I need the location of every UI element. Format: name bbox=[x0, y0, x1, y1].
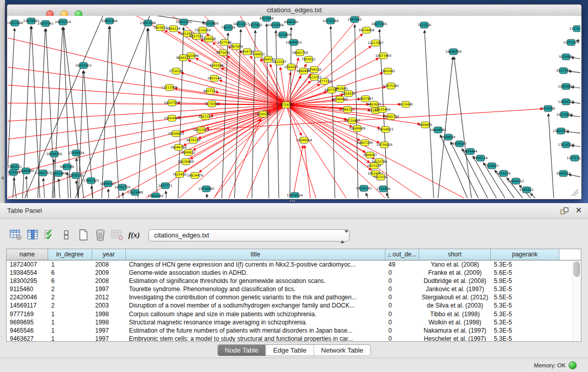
network-canvas[interactable]: 1805318423039043183370412405572420691406… bbox=[8, 16, 580, 198]
column-header-name[interactable]: name bbox=[7, 249, 48, 260]
table-row[interactable]: 946554611997Estimation of the future num… bbox=[7, 326, 581, 335]
table-row[interactable]: 1830029562008Estimation of significance … bbox=[7, 277, 581, 285]
graph-node-label: 9896512 bbox=[176, 56, 190, 59]
function-builder-icon[interactable]: f(x) bbox=[127, 228, 141, 242]
memory-status-label: Memory: OK bbox=[534, 362, 565, 368]
cell-in_degree: 1 bbox=[48, 318, 92, 326]
column-header-short[interactable]: short bbox=[419, 249, 491, 260]
graph-node-label: 9245652 bbox=[519, 188, 534, 191]
panel-title: Table Panel bbox=[7, 207, 42, 214]
graph-node-label: 7625402 bbox=[172, 172, 187, 176]
graph-node-label: 9146821 bbox=[251, 52, 265, 56]
cell-in_degree: 2 bbox=[48, 285, 92, 293]
graph-node-label: 9327546 bbox=[217, 40, 232, 44]
cell-pagerank: 5.3E-5 bbox=[491, 318, 559, 326]
table-row[interactable]: 1872400712008Changes of HCN gene express… bbox=[7, 260, 581, 269]
window-title: citations_edges.txt bbox=[7, 6, 581, 14]
graph-node-label: 16353554 bbox=[193, 128, 209, 132]
graph-edge bbox=[185, 105, 286, 198]
cell-pagerank: 5.5E-5 bbox=[491, 293, 559, 301]
select-rows-icon[interactable] bbox=[43, 228, 56, 242]
table-toolbar: f(x) bbox=[9, 227, 144, 243]
panel-divider-grip[interactable] bbox=[290, 200, 297, 203]
graph-node-label: 18300295 bbox=[255, 112, 271, 116]
table-row[interactable]: 2242004622012Investigating the contribut… bbox=[7, 293, 581, 301]
graph-node-label: 1615152 bbox=[367, 164, 381, 167]
cell-title: Embryonic stem cells: a model to study s… bbox=[126, 335, 385, 342]
graph-node-label: 12093822 bbox=[558, 84, 574, 88]
expand-panel-arrow-icon[interactable] bbox=[1, 176, 4, 180]
scrollbar-thumb[interactable] bbox=[574, 261, 580, 277]
tab-node-table[interactable]: Node Table bbox=[217, 345, 266, 356]
graph-node-label: 1527602 bbox=[248, 23, 263, 27]
table-row[interactable]: 977716911998Corpus callosum shape and si… bbox=[7, 310, 581, 318]
graph-node-label: 6794028 bbox=[307, 68, 321, 71]
column-header-pagerank[interactable]: pagerank bbox=[491, 249, 559, 260]
graph-edge bbox=[569, 174, 580, 180]
cell-year: 2009 bbox=[92, 269, 126, 277]
cell-title: Disruption of a novel member of a sodium… bbox=[126, 301, 385, 310]
cell-pagerank: 5.9E-5 bbox=[491, 277, 559, 285]
table-settings-icon[interactable] bbox=[9, 228, 23, 242]
row-height-icon[interactable] bbox=[60, 228, 73, 242]
graph-node-label: 9115460 bbox=[399, 102, 413, 106]
close-panel-icon[interactable]: ✕ bbox=[575, 206, 582, 214]
graph-node-label: 11675333 bbox=[567, 156, 580, 160]
table-vertical-scrollbar[interactable] bbox=[573, 260, 580, 341]
cell-year: 2008 bbox=[92, 260, 126, 269]
graph-node-label: 11451944 bbox=[50, 171, 67, 175]
graph-node-label: 10653257 bbox=[233, 22, 249, 26]
graph-node-label: 8860124 bbox=[166, 27, 181, 30]
cell-out_degree: 0 bbox=[385, 326, 419, 335]
network-view-window[interactable]: citations_edges.txt 18053184230390431833… bbox=[7, 4, 582, 200]
column-header-title[interactable]: title bbox=[126, 249, 385, 260]
table-source-select[interactable]: citations_edges.txt bbox=[148, 229, 350, 242]
graph-edge bbox=[123, 192, 126, 198]
delete-column-icon[interactable] bbox=[111, 228, 124, 242]
table-row[interactable]: 911546021997Tourette syndrome. Phenomeno… bbox=[7, 285, 581, 293]
show-columns-icon[interactable] bbox=[26, 228, 39, 242]
graph-edge bbox=[43, 178, 47, 198]
column-header-in_degree[interactable]: in_degree bbox=[48, 249, 92, 260]
select-arrows-icon bbox=[340, 231, 345, 239]
graph-node-label: 15495794 bbox=[383, 115, 399, 118]
create-table-icon[interactable] bbox=[77, 228, 90, 242]
graph-node-label: 12923448 bbox=[127, 190, 143, 194]
graph-node-label: 5222541 bbox=[374, 175, 388, 179]
cell-out_degree: 0 bbox=[385, 277, 419, 285]
table-row[interactable]: 1938455462009Genome-wide association stu… bbox=[7, 269, 581, 277]
graph-node-label: 12444158 bbox=[558, 100, 574, 103]
tab-edge-table[interactable]: Edge Table bbox=[266, 345, 314, 356]
delete-table-icon[interactable] bbox=[94, 228, 107, 242]
graph-node-label: 20691406 bbox=[101, 19, 118, 23]
graph-edge bbox=[366, 193, 382, 198]
graph-node-label: 8427552 bbox=[203, 89, 217, 93]
column-header-year[interactable]: year bbox=[92, 249, 126, 260]
cell-year: 2012 bbox=[92, 293, 126, 301]
graph-edge bbox=[166, 191, 169, 198]
graph-node-label: 24055724 bbox=[55, 20, 71, 24]
graph-node-label: 17016514 bbox=[558, 143, 574, 146]
tab-network-table[interactable]: Network Table bbox=[314, 345, 371, 356]
column-header-out_degree[interactable]: △out_de... bbox=[385, 249, 419, 260]
table-row[interactable]: 969969511998Structural magnetic resonanc… bbox=[7, 318, 581, 326]
cell-title: Estimation of significance thresholds fo… bbox=[126, 277, 385, 285]
cell-in_degree: 1 bbox=[48, 310, 92, 318]
float-panel-icon[interactable] bbox=[560, 207, 569, 215]
table-tabs: Node TableEdge TableNetwork Table bbox=[217, 344, 371, 356]
graph-node-label: 12213389 bbox=[161, 85, 178, 89]
graph-edge bbox=[14, 178, 20, 198]
citation-network-graph[interactable]: 1805318423039043183370412405572420691406… bbox=[8, 16, 580, 198]
graph-node-label: 3824554 bbox=[341, 92, 356, 95]
graph-node-label: 26331903 bbox=[75, 63, 92, 67]
window-titlebar[interactable]: citations_edges.txt bbox=[7, 5, 581, 16]
graph-node-label: 10363225 bbox=[176, 20, 192, 24]
graph-node-label: 10719144 bbox=[322, 19, 339, 23]
cell-short: Yano et al. (2008) bbox=[419, 260, 491, 269]
table-row[interactable]: 946362711997Embryonic stem cells: a mode… bbox=[7, 335, 581, 342]
graph-node-label: 9699695 bbox=[418, 123, 432, 126]
graph-node-label: 1733426 bbox=[376, 187, 390, 190]
table-row[interactable]: 1456911722003Disruption of a novel membe… bbox=[7, 301, 581, 310]
memory-led-icon[interactable] bbox=[569, 361, 577, 369]
graph-node-label: 9227349 bbox=[556, 69, 571, 72]
